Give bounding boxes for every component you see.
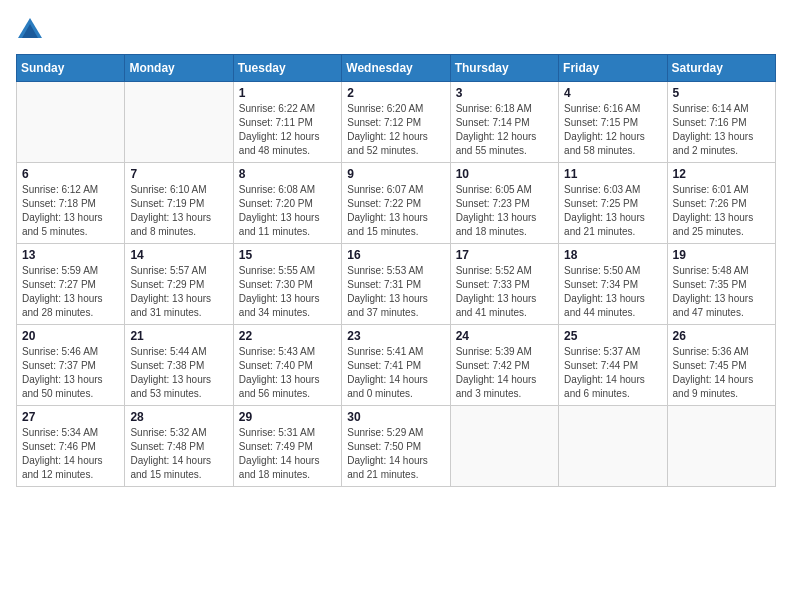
day-number: 7: [130, 167, 227, 181]
day-info: Sunrise: 6:01 AM Sunset: 7:26 PM Dayligh…: [673, 183, 770, 239]
calendar-cell: 11Sunrise: 6:03 AM Sunset: 7:25 PM Dayli…: [559, 163, 667, 244]
day-info: Sunrise: 5:39 AM Sunset: 7:42 PM Dayligh…: [456, 345, 553, 401]
day-info: Sunrise: 5:57 AM Sunset: 7:29 PM Dayligh…: [130, 264, 227, 320]
day-info: Sunrise: 5:48 AM Sunset: 7:35 PM Dayligh…: [673, 264, 770, 320]
day-number: 27: [22, 410, 119, 424]
day-info: Sunrise: 6:14 AM Sunset: 7:16 PM Dayligh…: [673, 102, 770, 158]
day-number: 30: [347, 410, 444, 424]
day-number: 16: [347, 248, 444, 262]
calendar-cell: 9Sunrise: 6:07 AM Sunset: 7:22 PM Daylig…: [342, 163, 450, 244]
calendar-cell: 3Sunrise: 6:18 AM Sunset: 7:14 PM Daylig…: [450, 82, 558, 163]
calendar-cell: 5Sunrise: 6:14 AM Sunset: 7:16 PM Daylig…: [667, 82, 775, 163]
calendar-cell: 14Sunrise: 5:57 AM Sunset: 7:29 PM Dayli…: [125, 244, 233, 325]
day-number: 18: [564, 248, 661, 262]
day-info: Sunrise: 5:59 AM Sunset: 7:27 PM Dayligh…: [22, 264, 119, 320]
day-info: Sunrise: 6:22 AM Sunset: 7:11 PM Dayligh…: [239, 102, 336, 158]
day-number: 21: [130, 329, 227, 343]
day-number: 8: [239, 167, 336, 181]
day-number: 1: [239, 86, 336, 100]
day-number: 6: [22, 167, 119, 181]
day-info: Sunrise: 5:44 AM Sunset: 7:38 PM Dayligh…: [130, 345, 227, 401]
logo-icon: [16, 16, 44, 44]
calendar-cell: 17Sunrise: 5:52 AM Sunset: 7:33 PM Dayli…: [450, 244, 558, 325]
day-info: Sunrise: 5:52 AM Sunset: 7:33 PM Dayligh…: [456, 264, 553, 320]
day-info: Sunrise: 6:03 AM Sunset: 7:25 PM Dayligh…: [564, 183, 661, 239]
calendar-cell: 29Sunrise: 5:31 AM Sunset: 7:49 PM Dayli…: [233, 406, 341, 487]
calendar-cell: 30Sunrise: 5:29 AM Sunset: 7:50 PM Dayli…: [342, 406, 450, 487]
day-info: Sunrise: 5:53 AM Sunset: 7:31 PM Dayligh…: [347, 264, 444, 320]
day-info: Sunrise: 5:36 AM Sunset: 7:45 PM Dayligh…: [673, 345, 770, 401]
day-number: 2: [347, 86, 444, 100]
day-info: Sunrise: 5:46 AM Sunset: 7:37 PM Dayligh…: [22, 345, 119, 401]
day-number: 13: [22, 248, 119, 262]
calendar-cell: 23Sunrise: 5:41 AM Sunset: 7:41 PM Dayli…: [342, 325, 450, 406]
calendar-cell: 19Sunrise: 5:48 AM Sunset: 7:35 PM Dayli…: [667, 244, 775, 325]
logo: [16, 16, 48, 44]
calendar-cell: 13Sunrise: 5:59 AM Sunset: 7:27 PM Dayli…: [17, 244, 125, 325]
calendar-week-row: 1Sunrise: 6:22 AM Sunset: 7:11 PM Daylig…: [17, 82, 776, 163]
calendar-cell: 22Sunrise: 5:43 AM Sunset: 7:40 PM Dayli…: [233, 325, 341, 406]
day-info: Sunrise: 5:32 AM Sunset: 7:48 PM Dayligh…: [130, 426, 227, 482]
calendar-cell: [17, 82, 125, 163]
day-number: 24: [456, 329, 553, 343]
day-info: Sunrise: 5:50 AM Sunset: 7:34 PM Dayligh…: [564, 264, 661, 320]
day-number: 22: [239, 329, 336, 343]
calendar-cell: 28Sunrise: 5:32 AM Sunset: 7:48 PM Dayli…: [125, 406, 233, 487]
day-number: 5: [673, 86, 770, 100]
day-info: Sunrise: 5:31 AM Sunset: 7:49 PM Dayligh…: [239, 426, 336, 482]
weekday-header: Monday: [125, 55, 233, 82]
calendar-cell: 24Sunrise: 5:39 AM Sunset: 7:42 PM Dayli…: [450, 325, 558, 406]
calendar-cell: [667, 406, 775, 487]
day-info: Sunrise: 5:41 AM Sunset: 7:41 PM Dayligh…: [347, 345, 444, 401]
weekday-header: Thursday: [450, 55, 558, 82]
day-number: 15: [239, 248, 336, 262]
calendar-cell: 27Sunrise: 5:34 AM Sunset: 7:46 PM Dayli…: [17, 406, 125, 487]
day-info: Sunrise: 6:07 AM Sunset: 7:22 PM Dayligh…: [347, 183, 444, 239]
calendar-cell: 8Sunrise: 6:08 AM Sunset: 7:20 PM Daylig…: [233, 163, 341, 244]
weekday-header: Sunday: [17, 55, 125, 82]
day-number: 9: [347, 167, 444, 181]
day-info: Sunrise: 6:10 AM Sunset: 7:19 PM Dayligh…: [130, 183, 227, 239]
day-info: Sunrise: 6:20 AM Sunset: 7:12 PM Dayligh…: [347, 102, 444, 158]
calendar-cell: 12Sunrise: 6:01 AM Sunset: 7:26 PM Dayli…: [667, 163, 775, 244]
day-info: Sunrise: 5:43 AM Sunset: 7:40 PM Dayligh…: [239, 345, 336, 401]
day-number: 29: [239, 410, 336, 424]
day-number: 12: [673, 167, 770, 181]
calendar-cell: 20Sunrise: 5:46 AM Sunset: 7:37 PM Dayli…: [17, 325, 125, 406]
page-header: [16, 16, 776, 44]
day-number: 11: [564, 167, 661, 181]
calendar-cell: 18Sunrise: 5:50 AM Sunset: 7:34 PM Dayli…: [559, 244, 667, 325]
calendar-cell: 21Sunrise: 5:44 AM Sunset: 7:38 PM Dayli…: [125, 325, 233, 406]
day-number: 3: [456, 86, 553, 100]
weekday-header-row: SundayMondayTuesdayWednesdayThursdayFrid…: [17, 55, 776, 82]
calendar-cell: [450, 406, 558, 487]
day-info: Sunrise: 6:12 AM Sunset: 7:18 PM Dayligh…: [22, 183, 119, 239]
calendar-week-row: 13Sunrise: 5:59 AM Sunset: 7:27 PM Dayli…: [17, 244, 776, 325]
calendar-cell: [125, 82, 233, 163]
calendar-cell: [559, 406, 667, 487]
calendar-week-row: 27Sunrise: 5:34 AM Sunset: 7:46 PM Dayli…: [17, 406, 776, 487]
weekday-header: Wednesday: [342, 55, 450, 82]
weekday-header: Friday: [559, 55, 667, 82]
day-info: Sunrise: 6:05 AM Sunset: 7:23 PM Dayligh…: [456, 183, 553, 239]
day-info: Sunrise: 6:08 AM Sunset: 7:20 PM Dayligh…: [239, 183, 336, 239]
day-number: 23: [347, 329, 444, 343]
calendar-table: SundayMondayTuesdayWednesdayThursdayFrid…: [16, 54, 776, 487]
day-number: 4: [564, 86, 661, 100]
day-info: Sunrise: 5:37 AM Sunset: 7:44 PM Dayligh…: [564, 345, 661, 401]
calendar-cell: 25Sunrise: 5:37 AM Sunset: 7:44 PM Dayli…: [559, 325, 667, 406]
calendar-cell: 26Sunrise: 5:36 AM Sunset: 7:45 PM Dayli…: [667, 325, 775, 406]
day-number: 10: [456, 167, 553, 181]
day-info: Sunrise: 5:55 AM Sunset: 7:30 PM Dayligh…: [239, 264, 336, 320]
calendar-cell: 15Sunrise: 5:55 AM Sunset: 7:30 PM Dayli…: [233, 244, 341, 325]
day-number: 14: [130, 248, 227, 262]
calendar-cell: 1Sunrise: 6:22 AM Sunset: 7:11 PM Daylig…: [233, 82, 341, 163]
day-info: Sunrise: 6:18 AM Sunset: 7:14 PM Dayligh…: [456, 102, 553, 158]
calendar-cell: 16Sunrise: 5:53 AM Sunset: 7:31 PM Dayli…: [342, 244, 450, 325]
day-number: 26: [673, 329, 770, 343]
calendar-week-row: 6Sunrise: 6:12 AM Sunset: 7:18 PM Daylig…: [17, 163, 776, 244]
weekday-header: Tuesday: [233, 55, 341, 82]
calendar-cell: 6Sunrise: 6:12 AM Sunset: 7:18 PM Daylig…: [17, 163, 125, 244]
day-number: 17: [456, 248, 553, 262]
day-number: 19: [673, 248, 770, 262]
